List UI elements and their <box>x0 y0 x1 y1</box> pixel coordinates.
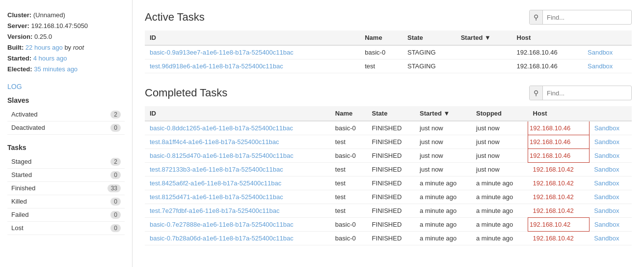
active-task-id: basic-0.9a913ee7-a1e6-11e8-b17a-525400c1… <box>145 45 360 59</box>
completed-task-name: basic-0 <box>330 149 367 163</box>
sidebar-slave-item[interactable]: Deactivated0 <box>7 121 125 135</box>
completed-task-state: FINISHED <box>367 232 415 245</box>
completed-tasks-col-header: Started ▼ <box>415 106 471 121</box>
completed-task-sandbox: Sandbox <box>589 163 632 177</box>
completed-task-started: a minute ago <box>415 218 471 232</box>
active-task-started <box>456 59 512 73</box>
completed-task-state: FINISHED <box>367 135 415 149</box>
sidebar-task-item[interactable]: Staged2 <box>7 155 125 169</box>
completed-task-row: basic-0.8ddc1265-a1e6-11e8-b17a-525400c1… <box>145 121 632 135</box>
completed-task-state: FINISHED <box>367 190 415 204</box>
server-row: Server: 192.168.10.47:5050 <box>7 21 125 31</box>
completed-task-row: test.8425a6f2-a1e6-11e8-b17a-525400c11ba… <box>145 177 632 190</box>
active-tasks-header: Active Tasks ⚲ <box>145 10 632 25</box>
completed-tasks-col-header: ID <box>145 106 330 121</box>
sidebar-task-item[interactable]: Killed0 <box>7 195 125 208</box>
active-tasks-title: Active Tasks <box>145 11 205 24</box>
main-content: Active Tasks ⚲ IDNameStateStarted ▼Host … <box>133 0 644 267</box>
task-item-label: Finished <box>11 184 35 192</box>
built-label: Built: <box>7 44 24 51</box>
completed-task-state: FINISHED <box>367 163 415 177</box>
active-task-host: 192.168.10.46 <box>512 59 583 73</box>
completed-task-sandbox: Sandbox <box>589 232 632 245</box>
tasks-section-title: Tasks <box>7 144 125 151</box>
completed-task-stopped: a minute ago <box>471 204 528 218</box>
completed-task-id: basic-0.8ddc1265-a1e6-11e8-b17a-525400c1… <box>145 121 330 135</box>
completed-task-stopped: a minute ago <box>471 190 528 204</box>
completed-tasks-thead: IDNameStateStarted ▼StoppedHost <box>145 106 632 121</box>
active-tasks-col-header: State <box>402 30 456 45</box>
version-label: Version: <box>7 33 32 40</box>
completed-task-sandbox: Sandbox <box>589 177 632 190</box>
completed-task-state: FINISHED <box>367 121 415 135</box>
completed-tasks-header: Completed Tasks ⚲ <box>145 86 632 100</box>
completed-task-id: basic-0.8125d470-a1e6-11e8-b17a-525400c1… <box>145 149 330 163</box>
task-item-label: Started <box>11 171 32 178</box>
completed-tasks-filter-input[interactable] <box>543 89 631 97</box>
slave-item-count: 0 <box>110 124 121 132</box>
completed-task-sandbox: Sandbox <box>589 135 632 149</box>
sidebar-slave-item[interactable]: Activated2 <box>7 108 125 121</box>
completed-task-row: test.8125d471-a1e6-11e8-b17a-525400c11ba… <box>145 190 632 204</box>
task-item-label: Killed <box>11 198 27 205</box>
version-row: Version: 0.25.0 <box>7 31 125 42</box>
completed-task-host: 192.168.10.42 <box>528 177 590 190</box>
active-tasks-col-header: Name <box>360 30 402 45</box>
completed-task-stopped: a minute ago <box>471 232 528 245</box>
active-task-state: STAGING <box>402 59 456 73</box>
completed-task-id: test.8425a6f2-a1e6-11e8-b17a-525400c11ba… <box>145 177 330 190</box>
sidebar-task-item[interactable]: Lost0 <box>7 222 125 235</box>
completed-task-name: test <box>330 135 367 149</box>
completed-task-started: just now <box>415 121 471 135</box>
server-value: 192.168.10.47:5050 <box>31 22 88 30</box>
active-task-row: basic-0.9a913ee7-a1e6-11e8-b17a-525400c1… <box>145 45 632 59</box>
cluster-info: Cluster: (Unnamed) Server: 192.168.10.47… <box>7 10 125 75</box>
completed-task-name: test <box>330 190 367 204</box>
cluster-row: Cluster: (Unnamed) <box>7 10 125 21</box>
active-tasks-table: IDNameStateStarted ▼Host basic-0.9a913ee… <box>145 30 632 73</box>
cluster-value: (Unnamed) <box>33 11 65 19</box>
sidebar-task-item[interactable]: Started0 <box>7 169 125 182</box>
elected-row: Elected: 35 minutes ago <box>7 64 125 75</box>
built-time-link[interactable]: 22 hours ago <box>26 44 63 51</box>
completed-tasks-col-header: Host <box>528 106 590 121</box>
active-tasks-col-header <box>583 30 632 45</box>
task-item-label: Staged <box>11 158 31 165</box>
completed-tasks-filter-icon-btn[interactable]: ⚲ <box>530 86 543 100</box>
active-task-row: test.96d918e6-a1e6-11e8-b17a-525400c11ba… <box>145 59 632 73</box>
active-tasks-filter-input[interactable] <box>543 14 631 21</box>
active-task-name: basic-0 <box>360 45 402 59</box>
completed-task-name: test <box>330 204 367 218</box>
active-task-host: 192.168.10.46 <box>512 45 583 59</box>
task-item-count: 0 <box>110 171 121 179</box>
sidebar-task-item[interactable]: Failed0 <box>7 208 125 222</box>
completed-task-started: just now <box>415 149 471 163</box>
completed-task-stopped: a minute ago <box>471 177 528 190</box>
completed-task-host: 192.168.10.46 <box>528 121 590 135</box>
completed-task-host: 192.168.10.42 <box>528 163 590 177</box>
elected-label: Elected: <box>7 65 32 73</box>
active-tasks-col-header: ID <box>145 30 360 45</box>
completed-tasks-col-header <box>589 106 632 121</box>
log-link[interactable]: LOG <box>7 83 125 90</box>
completed-tasks-title: Completed Tasks <box>145 87 227 99</box>
active-tasks-filter-icon-btn[interactable]: ⚲ <box>530 10 543 24</box>
completed-task-stopped: just now <box>471 163 528 177</box>
completed-task-sandbox: Sandbox <box>589 121 632 135</box>
task-item-count: 0 <box>110 198 121 206</box>
completed-task-sandbox: Sandbox <box>589 218 632 232</box>
sidebar-task-item[interactable]: Finished33 <box>7 182 125 195</box>
completed-task-started: a minute ago <box>415 204 471 218</box>
slave-item-count: 2 <box>110 111 121 119</box>
active-task-sandbox: Sandbox <box>583 59 632 73</box>
active-tasks-tbody: basic-0.9a913ee7-a1e6-11e8-b17a-525400c1… <box>145 45 632 73</box>
started-row: Started: 4 hours ago <box>7 53 125 64</box>
completed-task-id: basic-0.7b28a06d-a1e6-11e8-b17a-525400c1… <box>145 232 330 245</box>
completed-tasks-col-header: Name <box>330 106 367 121</box>
completed-task-started: a minute ago <box>415 232 471 245</box>
sidebar: Cluster: (Unnamed) Server: 192.168.10.47… <box>0 0 133 267</box>
completed-task-name: basic-0 <box>330 121 367 135</box>
started-time-link[interactable]: 4 hours ago <box>33 55 67 62</box>
elected-time-link[interactable]: 35 minutes ago <box>34 65 78 73</box>
completed-task-row: test.7e27fdbf-a1e6-11e8-b17a-525400c11ba… <box>145 204 632 218</box>
